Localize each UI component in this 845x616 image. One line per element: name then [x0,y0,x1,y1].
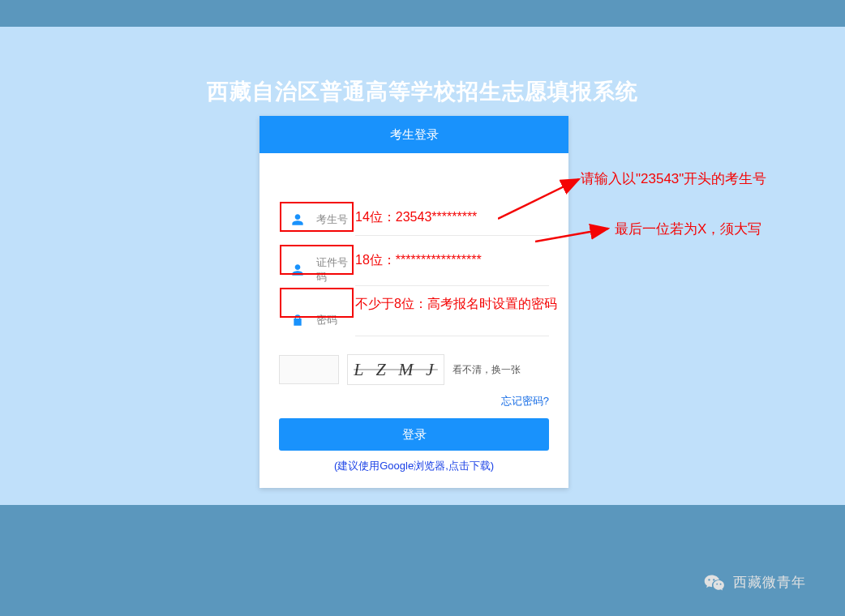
overlay-id-no: 18位：***************** [355,252,482,269]
forgot-row: 忘记密码? [279,393,549,409]
download-chrome-link[interactable]: (建议使用Google浏览器,点击下载) [334,460,494,472]
id-no-label: 证件号码 [316,255,355,284]
exam-no-label: 考生号 [316,212,355,227]
user-icon [279,203,316,236]
captcha-image[interactable]: L Z M J [347,354,444,385]
overlay-password: 不少于8位：高考报名时设置的密码 [355,296,557,313]
arrow-icon [535,222,616,246]
svg-line-1 [498,179,579,219]
user-icon [279,254,316,286]
svg-line-3 [535,229,608,242]
password-label: 密码 [316,313,355,327]
captcha-refresh-link[interactable]: 看不清，换一张 [453,363,521,377]
forgot-password-link[interactable]: 忘记密码? [501,395,549,407]
login-button[interactable]: 登录 [279,418,549,451]
annotation-exam-no: 请输入以"23543"开头的考生号 [581,169,766,188]
page-title: 西藏自治区普通高等学校招生志愿填报系统 [0,77,845,106]
arrow-icon [498,174,587,223]
lock-icon [279,304,316,336]
overlay-exam-no: 14位：23543********* [355,209,477,226]
captcha-input[interactable] [279,355,339,384]
wechat-icon [704,574,725,592]
annotation-id-no: 最后一位若为X，须大写 [615,220,761,238]
watermark: 西藏微青年 [704,573,806,592]
card-header: 考生登录 [260,116,568,153]
browser-tip: (建议使用Google浏览器,点击下载) [279,459,549,473]
captcha-row: L Z M J 看不清，换一张 [279,354,549,385]
watermark-text: 西藏微青年 [733,573,806,592]
